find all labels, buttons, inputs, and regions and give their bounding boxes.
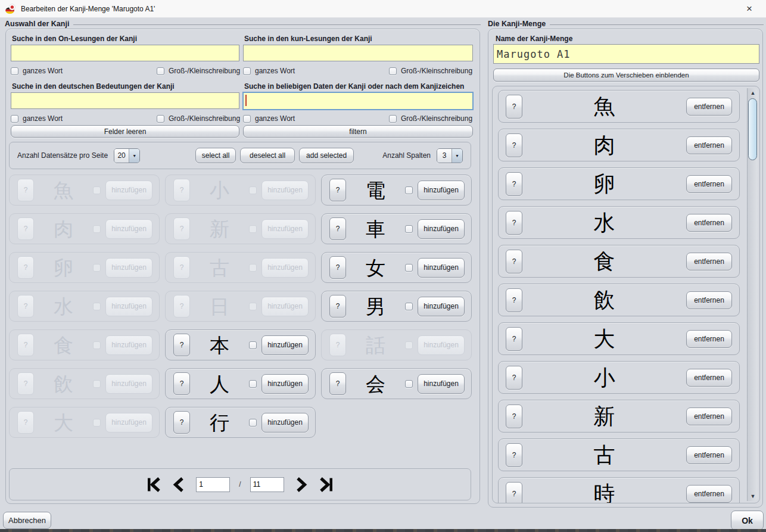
current-page-input[interactable]: [196, 477, 230, 492]
columns-select[interactable]: 3 ▼: [437, 148, 463, 163]
select-kanji-checkbox[interactable]: [405, 225, 413, 233]
add-kanji-button[interactable]: hinzufügen: [261, 413, 309, 433]
kanji-info-button[interactable]: ?: [173, 295, 190, 318]
kanji-info-button[interactable]: ?: [506, 327, 522, 351]
deselect-all-button[interactable]: deselect all: [240, 148, 295, 163]
kanji-info-button[interactable]: ?: [506, 250, 522, 273]
select-kanji-checkbox[interactable]: [93, 186, 101, 194]
scrollbar-thumb[interactable]: [748, 98, 757, 160]
add-kanji-button[interactable]: hinzufügen: [105, 219, 152, 239]
scroll-down-icon[interactable]: ▼: [748, 491, 758, 501]
kanji-info-button[interactable]: ?: [329, 295, 346, 318]
add-kanji-button[interactable]: hinzufügen: [105, 374, 152, 394]
add-kanji-button[interactable]: hinzufügen: [105, 181, 152, 200]
kanji-info-button[interactable]: ?: [17, 372, 34, 395]
kanji-info-button[interactable]: ?: [173, 217, 190, 240]
select-kanji-checkbox[interactable]: [249, 186, 257, 194]
filter-button[interactable]: filtern: [243, 125, 473, 138]
select-kanji-checkbox[interactable]: [405, 380, 413, 388]
case-checkbox[interactable]: [389, 67, 397, 75]
add-kanji-button[interactable]: hinzufügen: [418, 181, 465, 200]
add-kanji-button[interactable]: hinzufügen: [261, 219, 309, 239]
remove-kanji-button[interactable]: entfernen: [686, 407, 732, 425]
select-kanji-checkbox[interactable]: [93, 225, 101, 233]
add-kanji-button[interactable]: hinzufügen: [261, 335, 309, 355]
search-kun-input[interactable]: [243, 45, 473, 61]
kanji-info-button[interactable]: ?: [506, 288, 522, 312]
search-any-input[interactable]: [242, 92, 474, 110]
remove-kanji-button[interactable]: entfernen: [686, 330, 732, 348]
remove-kanji-button[interactable]: entfernen: [686, 175, 732, 193]
kanji-info-button[interactable]: ?: [506, 443, 522, 467]
add-kanji-button[interactable]: hinzufügen: [418, 335, 465, 355]
add-kanji-button[interactable]: hinzufügen: [261, 258, 309, 278]
add-kanji-button[interactable]: hinzufügen: [105, 297, 152, 316]
remove-kanji-button[interactable]: entfernen: [686, 136, 732, 154]
search-de-input[interactable]: [11, 92, 239, 109]
add-kanji-button[interactable]: hinzufügen: [105, 413, 152, 433]
set-name-input[interactable]: [493, 44, 759, 64]
whole-word-checkbox[interactable]: [243, 67, 251, 75]
remove-kanji-button[interactable]: entfernen: [686, 214, 732, 232]
kanji-info-button[interactable]: ?: [17, 411, 34, 434]
kanji-info-button[interactable]: ?: [173, 256, 190, 279]
kanji-info-button[interactable]: ?: [17, 295, 34, 318]
remove-kanji-button[interactable]: entfernen: [686, 369, 732, 387]
scroll-up-icon[interactable]: ▲: [748, 88, 758, 98]
show-move-buttons-button[interactable]: Die Buttons zum Verschieben einblenden: [493, 69, 759, 82]
select-kanji-checkbox[interactable]: [249, 303, 257, 310]
kanji-info-button[interactable]: ?: [17, 334, 34, 356]
next-page-button[interactable]: [293, 476, 310, 493]
kanji-info-button[interactable]: ?: [329, 256, 346, 279]
clear-fields-button[interactable]: Felder leeren: [11, 125, 239, 138]
close-icon[interactable]: ×: [742, 2, 756, 16]
add-kanji-button[interactable]: hinzufügen: [418, 258, 465, 278]
kanji-info-button[interactable]: ?: [329, 372, 346, 395]
kanji-info-button[interactable]: ?: [17, 256, 34, 279]
page-size-select[interactable]: 20 ▼: [114, 148, 140, 163]
search-on-input[interactable]: [11, 45, 239, 61]
kanji-info-button[interactable]: ?: [17, 217, 34, 240]
select-kanji-checkbox[interactable]: [249, 341, 257, 349]
kanji-info-button[interactable]: ?: [173, 179, 190, 201]
select-kanji-checkbox[interactable]: [249, 225, 257, 233]
add-kanji-button[interactable]: hinzufügen: [105, 335, 152, 355]
kanji-info-button[interactable]: ?: [173, 411, 190, 434]
kanji-info-button[interactable]: ?: [506, 482, 522, 504]
remove-kanji-button[interactable]: entfernen: [686, 98, 732, 116]
select-kanji-checkbox[interactable]: [405, 303, 413, 310]
select-kanji-checkbox[interactable]: [405, 264, 413, 272]
case-checkbox[interactable]: [157, 115, 164, 123]
select-kanji-checkbox[interactable]: [93, 341, 101, 349]
total-pages-input[interactable]: [250, 477, 284, 492]
kanji-info-button[interactable]: ?: [329, 217, 346, 240]
cancel-button[interactable]: Abbrechen: [3, 512, 51, 529]
add-kanji-button[interactable]: hinzufügen: [105, 258, 152, 278]
whole-word-checkbox[interactable]: [11, 67, 18, 75]
kanji-info-button[interactable]: ?: [506, 211, 522, 235]
select-kanji-checkbox[interactable]: [249, 380, 257, 388]
select-kanji-checkbox[interactable]: [249, 264, 257, 272]
kanji-info-button[interactable]: ?: [506, 172, 522, 196]
case-checkbox[interactable]: [157, 67, 164, 75]
remove-kanji-button[interactable]: entfernen: [686, 485, 732, 503]
add-kanji-button[interactable]: hinzufügen: [418, 219, 465, 239]
ok-button[interactable]: Ok: [731, 511, 764, 530]
kanji-info-button[interactable]: ?: [173, 372, 190, 395]
case-checkbox[interactable]: [389, 115, 397, 123]
first-page-button[interactable]: [145, 476, 161, 493]
kanji-info-button[interactable]: ?: [17, 179, 34, 201]
kanji-info-button[interactable]: ?: [329, 334, 346, 356]
select-all-button[interactable]: select all: [195, 148, 236, 163]
previous-page-button[interactable]: [170, 476, 187, 493]
select-kanji-checkbox[interactable]: [405, 186, 413, 194]
select-kanji-checkbox[interactable]: [93, 380, 101, 388]
select-kanji-checkbox[interactable]: [93, 419, 101, 427]
add-kanji-button[interactable]: hinzufügen: [261, 297, 309, 316]
whole-word-checkbox[interactable]: [243, 115, 251, 123]
select-kanji-checkbox[interactable]: [249, 419, 257, 427]
select-kanji-checkbox[interactable]: [93, 303, 101, 310]
vertical-scrollbar[interactable]: ▲ ▼: [747, 88, 758, 501]
last-page-button[interactable]: [319, 476, 335, 493]
kanji-info-button[interactable]: ?: [173, 334, 190, 356]
